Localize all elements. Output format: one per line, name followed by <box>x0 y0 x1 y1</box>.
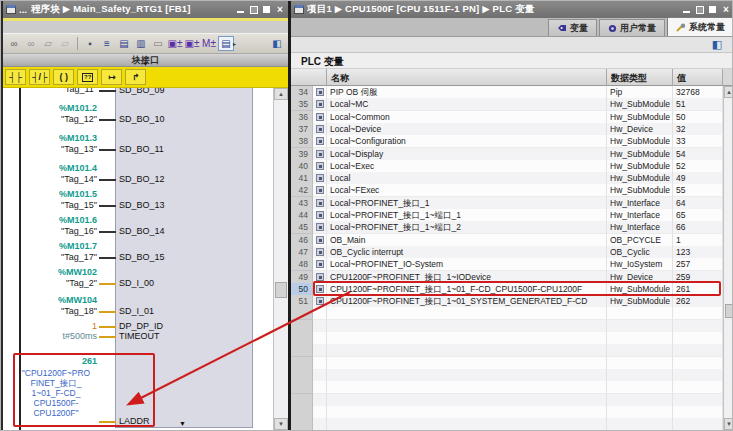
constant-datatype[interactable]: Hw_SubModule <box>607 135 673 148</box>
scroll-thumb[interactable] <box>725 304 733 318</box>
constant-value[interactable]: 1 <box>673 234 723 247</box>
constant-name[interactable]: Local~PROFINET_接口_1~端口_2 <box>327 221 607 234</box>
table-row[interactable]: 42Local~FExecHw_SubModule55 <box>291 184 723 197</box>
constant-value[interactable]: 32 <box>673 123 723 136</box>
operand-tag[interactable]: "Tag_2" <box>3 278 97 288</box>
constant-datatype[interactable] <box>607 320 673 333</box>
table-row[interactable]: 37Local~DeviceHw_Device32 <box>291 123 723 136</box>
comment-icon[interactable]: ▭ <box>150 36 166 51</box>
constant-value[interactable] <box>673 307 723 320</box>
table-row[interactable]: 43Local~PROFINET_接口_1Hw_Interface64 <box>291 197 723 210</box>
favorites-display-icon[interactable]: ▤ <box>218 36 234 51</box>
laddr-constant-name-line[interactable]: "CPU1200F~PRO <box>5 368 107 378</box>
constant-value[interactable]: 52 <box>673 160 723 173</box>
operand-address[interactable]: %MW102 <box>3 267 97 277</box>
constant-datatype[interactable]: Hw_Device <box>607 123 673 136</box>
table-row[interactable]: 45Local~PROFINET_接口_1~端口_2Hw_Interface66 <box>291 221 723 234</box>
constant-datatype[interactable] <box>607 369 673 382</box>
constant-datatype[interactable]: Hw_IoSystem <box>607 258 673 271</box>
constant-datatype[interactable] <box>607 406 673 419</box>
constant-name[interactable] <box>327 418 607 430</box>
constant-datatype[interactable]: Hw_SubModule <box>607 148 673 161</box>
constant-datatype[interactable] <box>607 418 673 430</box>
constant-datatype[interactable]: Hw_SubModule <box>607 295 673 308</box>
constant-datatype[interactable]: Hw_Interface <box>607 221 673 234</box>
operand-address[interactable]: %MW104 <box>3 295 97 305</box>
header-value[interactable]: 值 <box>673 69 723 86</box>
constant-name[interactable]: Local~FExec <box>327 184 607 197</box>
scroll-down-icon[interactable]: ▼ <box>274 418 288 430</box>
constant-datatype[interactable]: Hw_SubModule <box>607 111 673 124</box>
operand-tag[interactable]: "Tag_14" <box>3 174 97 184</box>
laddr-constant-name-line[interactable]: CPU1200F" <box>5 408 107 418</box>
constant-datatype[interactable]: Hw_SubModule <box>607 160 673 173</box>
block-more-caret-icon[interactable]: ▼ <box>179 420 186 427</box>
absolute-operands-icon[interactable]: ≡ <box>99 36 115 51</box>
dropdown-caret-icon[interactable]: ▸ <box>233 40 236 47</box>
scroll-up-icon[interactable]: ▲ <box>274 88 288 100</box>
constant-value[interactable]: 32768 <box>673 86 723 99</box>
constant-value[interactable]: 55 <box>673 184 723 197</box>
constant-value[interactable] <box>673 381 723 394</box>
normally-open-contact-icon[interactable]: ┤├ <box>5 69 26 85</box>
literal-value[interactable]: t#500ms <box>3 331 97 341</box>
snapshot-off-icon[interactable]: ▱ <box>57 36 73 51</box>
constant-value[interactable]: 123 <box>673 246 723 259</box>
operand-tag[interactable]: "Tag_16" <box>3 226 97 236</box>
block-interface-bar[interactable]: 块接口 ▼ <box>3 54 288 67</box>
constant-name[interactable]: Local~MC <box>327 98 607 111</box>
table-row[interactable]: 44Local~PROFINET_接口_1~端口_1Hw_Interface65 <box>291 209 723 222</box>
minimize-icon[interactable] <box>236 5 246 14</box>
operand-tag[interactable]: "Tag_11" <box>3 88 97 94</box>
constant-datatype[interactable]: Hw_SubModule <box>607 283 673 296</box>
close-icon[interactable]: × <box>721 5 731 14</box>
constant-datatype[interactable]: Pip <box>607 86 673 99</box>
constant-value[interactable] <box>673 320 723 333</box>
float-icon[interactable] <box>249 5 259 14</box>
constant-value[interactable] <box>673 418 723 430</box>
tab-system-constants[interactable]: 系统常量 <box>667 17 733 36</box>
constant-name[interactable] <box>327 307 607 320</box>
open-all-networks-icon[interactable]: ▣± <box>167 36 183 51</box>
operand-address[interactable]: %M101.4 <box>3 163 97 173</box>
constant-name[interactable]: Local~Configuration <box>327 135 607 148</box>
constant-name[interactable]: CPU1200F~PROFINET_接口_1~01_SYSTEM_GENERAT… <box>327 295 607 308</box>
table-row-empty[interactable] <box>291 406 723 419</box>
operand-address[interactable]: %M101.5 <box>3 189 97 199</box>
constant-datatype[interactable]: OB_Cyclic <box>607 246 673 259</box>
constant-name[interactable]: Local~PROFINET_接口_1 <box>327 197 607 210</box>
table-row-empty[interactable] <box>291 418 723 430</box>
minimize-icon[interactable] <box>682 5 692 14</box>
constant-value[interactable]: 66 <box>673 221 723 234</box>
table-row[interactable]: 47OB_Cyclic interruptOB_Cyclic123 <box>291 246 723 259</box>
constant-datatype[interactable] <box>607 394 673 407</box>
constant-datatype[interactable]: Hw_Interface <box>607 209 673 222</box>
constant-datatype[interactable] <box>607 344 673 357</box>
constant-name[interactable] <box>327 332 607 345</box>
constant-name[interactable]: CPU1200F~PROFINET_接口_1~IODevice <box>327 271 607 284</box>
constant-datatype[interactable]: Hw_SubModule <box>607 172 673 185</box>
operand-tag[interactable]: "Tag_13" <box>3 144 97 154</box>
table-row-empty[interactable] <box>291 320 723 333</box>
constant-name[interactable]: Local~Exec <box>327 160 607 173</box>
table-row[interactable]: 40Local~ExecHw_SubModule52 <box>291 160 723 173</box>
constant-value[interactable]: 262 <box>673 295 723 308</box>
constant-datatype[interactable] <box>607 381 673 394</box>
constant-datatype[interactable]: Hw_Device <box>607 271 673 284</box>
constant-value[interactable]: 261 <box>673 283 723 296</box>
mnemonic-icon[interactable]: M± <box>201 36 217 51</box>
constant-value[interactable] <box>673 357 723 370</box>
constant-name[interactable]: Local~PROFINET_接口_1~端口_1 <box>327 209 607 222</box>
maximize-icon[interactable] <box>708 5 718 14</box>
constant-value[interactable]: 33 <box>673 135 723 148</box>
operand-address[interactable]: %M101.2 <box>3 103 97 113</box>
constant-name[interactable]: Local~PROFINET_IO-System <box>327 258 607 271</box>
constant-name[interactable] <box>327 381 607 394</box>
constant-name[interactable] <box>327 357 607 370</box>
scroll-thumb[interactable] <box>275 282 287 298</box>
header-datatype[interactable]: 数据类型 <box>607 69 673 86</box>
normally-closed-contact-icon[interactable]: ┤/├ <box>29 69 50 85</box>
constant-value[interactable]: 51 <box>673 98 723 111</box>
constant-name[interactable] <box>327 394 607 407</box>
constant-name[interactable] <box>327 369 607 382</box>
